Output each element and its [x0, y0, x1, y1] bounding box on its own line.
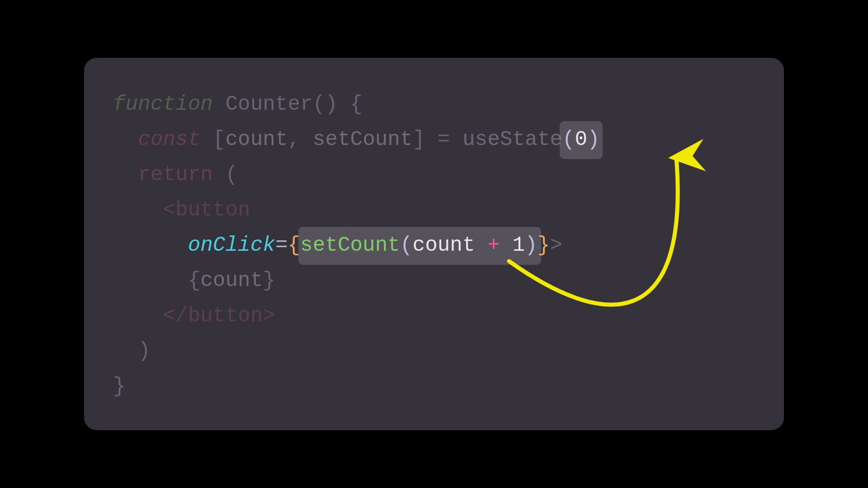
code-block: function Counter() { const [count, setCo…: [113, 87, 755, 404]
tok-count-jsx: count: [200, 269, 263, 292]
highlight-usestate-arg: (0): [560, 121, 603, 159]
tok-function: function: [113, 93, 213, 116]
tok-one: 1: [512, 234, 525, 257]
tok-return: return: [138, 163, 213, 187]
tok-const: const: [138, 128, 200, 151]
tok-count: count: [225, 128, 288, 151]
tok-usestate: useState: [462, 128, 562, 151]
stage: function Counter() { const [count, setCo…: [0, 0, 868, 488]
tok-setcount-call: setCount: [300, 234, 400, 257]
tok-count-arg: count: [413, 234, 475, 257]
tok-setcount: setCount: [313, 128, 413, 151]
tok-punct: () {: [313, 93, 363, 116]
tok-button-close: button: [188, 304, 263, 328]
tok-fn-name: Counter: [225, 93, 312, 116]
code-card: function Counter() { const [count, setCo…: [84, 58, 784, 430]
tok-plus: +: [487, 234, 500, 257]
tok-zero: 0: [575, 128, 587, 151]
tok-button-open: button: [175, 198, 250, 222]
highlight-setcount-call: setCount(count + 1): [298, 227, 541, 265]
tok-onclick: onClick: [188, 234, 275, 257]
